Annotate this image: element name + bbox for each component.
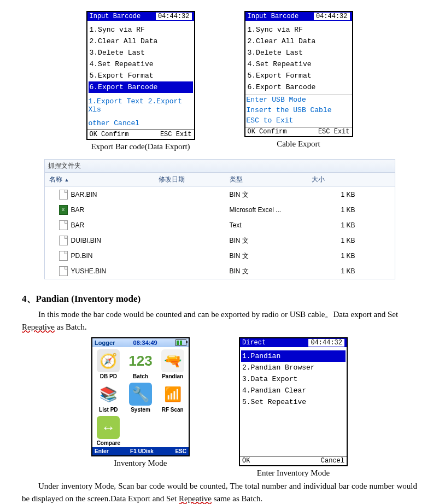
menu-item[interactable]: 3.Delete Last [247, 47, 351, 58]
logger-time: 08:34:49 [133, 339, 157, 346]
menu-item[interactable]: 2.Clear All Data [89, 36, 193, 47]
ok-confirm[interactable]: OK Confirm [90, 131, 129, 138]
app-glyph-icon: 📚 [97, 383, 120, 406]
clock: 04:44:32 [156, 13, 192, 20]
clock: 04:44:32 [314, 13, 350, 20]
section-heading: 4、Pandian (Inventory mode) [22, 292, 417, 305]
app-glyph-icon: ↔ [97, 416, 120, 439]
ok-confirm[interactable]: OK Confirm [248, 128, 287, 136]
file-icon [59, 266, 68, 276]
clock: 04:44:32 [308, 339, 344, 347]
file-top: 抓捏文件夹 [45, 160, 395, 173]
menu-item[interactable]: 2.Clear All Data [247, 36, 351, 47]
excel-icon: X [59, 205, 68, 215]
logger-enter[interactable]: Enter [95, 448, 109, 454]
sort-icon: ▲ [65, 177, 69, 183]
menu-item[interactable]: 4.Set Repeative [247, 58, 351, 70]
esc-exit[interactable]: ESC Exit [160, 131, 192, 138]
file-row[interactable]: BARText1 KB [45, 218, 395, 233]
menu-item[interactable]: 5.Set Repeative [241, 396, 346, 408]
caption-logger: Inventory Mode [91, 459, 190, 468]
menu-item[interactable]: 5.Export Format [89, 70, 193, 81]
file-icon [59, 251, 68, 261]
usb-msg1: Enter USB Mode [245, 95, 352, 105]
app-glyph-icon: 🔧 [129, 383, 152, 406]
menu-item[interactable]: 6.Export Barcode [89, 81, 193, 93]
app-icon-rfscan[interactable]: 📶RF Scan [156, 380, 189, 414]
cancel-button[interactable]: Cancel [321, 457, 344, 465]
menu-item[interactable]: 1.Sync via RF [89, 24, 193, 36]
file-icon [59, 220, 68, 230]
section-p1: In this mode the bar code would be count… [22, 308, 417, 333]
menu-item[interactable]: 2.Pandian Browser [241, 362, 346, 373]
file-row[interactable]: DUIBI.BINBIN 文1 KB [45, 233, 395, 248]
app-glyph-icon: 123 [129, 349, 152, 372]
screen-title: Input Barcode [248, 13, 299, 20]
logger-esc[interactable]: ESC [175, 448, 186, 454]
sub-option[interactable]: 1.Export Text 2.Export Xls [87, 96, 194, 115]
file-row[interactable]: XBARMicrosoft Excel ...1 KB [45, 202, 395, 218]
menu-item[interactable]: 4.Pandian Clear [241, 385, 346, 396]
app-icon-system[interactable]: 🔧System [125, 380, 157, 414]
ok-button[interactable]: OK [242, 457, 250, 465]
menu-item[interactable]: 1.Pandian [241, 350, 346, 362]
logger-title: Logger [95, 339, 115, 346]
usb-msg3: ESC to Exit [245, 115, 352, 126]
sub-cancel[interactable]: other Cancel [87, 118, 194, 128]
file-explorer: 抓捏文件夹 名称▲ 修改日期 类型 大小 BAR.BINBIN 文1 KBXBA… [44, 159, 395, 279]
caption-export: Export Bar code(Data Export) [86, 142, 195, 151]
file-row[interactable]: YUSHE.BINBIN 文1 KB [45, 263, 395, 279]
logger-udisk[interactable]: F1 UDisk [130, 448, 154, 454]
menu-item[interactable]: 3.Data Export [241, 373, 346, 385]
battery-icon [175, 339, 186, 346]
app-icon-dbpd[interactable]: 🧭DB PD [92, 347, 125, 380]
screen-title: Input Barcode [90, 13, 141, 20]
menu-item[interactable]: 4.Set Repeative [89, 58, 193, 70]
app-glyph-icon: 🧭 [97, 349, 120, 372]
file-icon [59, 190, 68, 200]
caption-direct: Enter Inventory Mode [239, 468, 348, 478]
usb-msg2: Insert the USB Cable [245, 105, 352, 115]
menu-item[interactable]: 6.Export Barcode [247, 81, 351, 93]
app-glyph-icon: 🔫 [161, 349, 184, 372]
file-header[interactable]: 名称▲ 修改日期 类型 大小 [45, 173, 395, 187]
logger-screen: Logger 08:34:49 🧭DB PD123Batch🔫Pandian📚L… [91, 337, 190, 456]
app-icon-batch[interactable]: 123Batch [125, 347, 157, 380]
app-icon-listpd[interactable]: 📚List PD [92, 380, 125, 414]
screen-direct: Direct 04:44:32 1.Pandian2.Pandian Brows… [239, 337, 348, 466]
file-row[interactable]: BAR.BINBIN 文1 KB [45, 187, 395, 202]
app-icon-pandian[interactable]: 🔫Pandian [156, 347, 189, 380]
screen-export-barcode: Input Barcode 04:44:32 1.Sync via RF2.Cl… [86, 11, 195, 140]
screen-title: Direct [242, 339, 266, 347]
file-icon [59, 236, 68, 245]
app-glyph-icon: 📶 [161, 383, 184, 406]
menu-item[interactable]: 1.Sync via RF [247, 24, 351, 36]
esc-exit[interactable]: ESC Exit [318, 128, 350, 136]
caption-cable: Cable Export [244, 139, 353, 149]
menu-item[interactable]: 5.Export Format [247, 70, 351, 81]
section-p2: Under inventory Mode, Scan bar code woul… [22, 480, 417, 504]
file-row[interactable]: PD.BINBIN 文1 KB [45, 248, 395, 263]
app-icon-compare[interactable]: ↔Compare [92, 414, 125, 447]
screen-cable-export: Input Barcode 04:44:32 1.Sync via RF2.Cl… [244, 11, 353, 137]
menu-item[interactable]: 3.Delete Last [89, 47, 193, 58]
